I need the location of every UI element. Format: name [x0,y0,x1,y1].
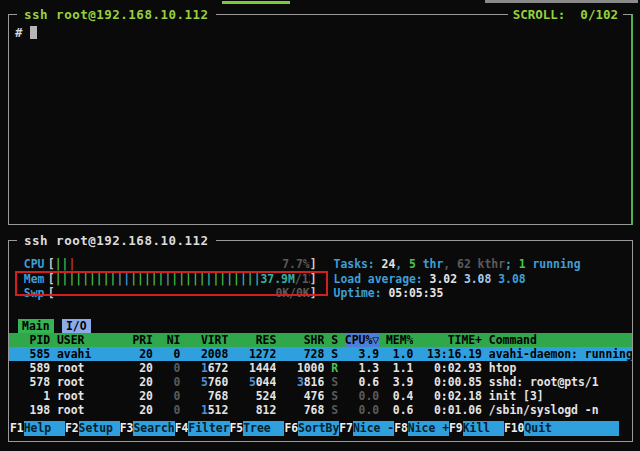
cell-command: init [3] [489,389,632,403]
text-segment: 0 [174,375,181,389]
text-segment: 7.7% [282,257,309,271]
cell-virt: 5760 [187,375,228,389]
meter-bar: | [233,272,240,286]
column-header-command[interactable]: Command [489,333,632,347]
meter-bar: | [55,257,62,271]
fkey-f1[interactable]: F1 [10,421,24,436]
fkey-f4[interactable]: F4 [175,421,189,436]
text-segment: 1.1 [393,361,414,375]
text-segment: 044 [256,375,277,389]
cell-ni: 0 [160,389,181,403]
column-header-time[interactable]: TIME+ [420,333,482,347]
shell-prompt-line[interactable]: # [15,25,37,40]
meter-bracket: [ [48,272,55,287]
cell-pri: 20 [132,361,153,375]
text-segment: 0 [174,389,181,403]
fkey-action-nice-[interactable]: Nice - [353,421,394,436]
meter-bracket: ] [310,286,317,301]
fkey-action-tree[interactable]: Tree [243,421,284,436]
cell-command: avahi-daemon: running [489,347,632,361]
cell-pid: 589 [9,361,50,375]
fkey-action-kill[interactable]: Kill [463,421,504,436]
fkey-action-sortby[interactable]: SortBy [298,421,339,436]
meter-bar: | [178,272,185,286]
fkey-action-filter[interactable]: Filter [188,421,229,436]
tab-i-o[interactable]: I/O [62,319,91,333]
text-segment: 3 [297,375,304,389]
cell-cpu: 0.0 [345,403,379,417]
scroll-indicator: SCROLL: 0/102 [508,7,623,22]
column-header-pid[interactable]: PID [9,333,50,347]
text-segment: 0.4 [393,389,414,403]
column-header-user[interactable]: USER [57,333,126,347]
cell-user: root [57,375,126,389]
memory-meter: Mem[||||||||||||||||||||||||||||||37.9M/… [17,272,317,287]
column-header-cpu[interactable]: CPU%▽ [345,333,379,347]
fkey-f2[interactable]: F2 [65,421,79,436]
cell-s: S [331,403,338,417]
meter-fill-area: ||||||||||||||||||||||||||||||37.9M/128M [55,272,310,287]
process-row[interactable]: 585avahi20020081272728S3.91.013:16.19ava… [9,347,632,361]
fkey-action-setup[interactable]: Setup [79,421,120,436]
column-header-s[interactable]: S [331,333,338,347]
process-row[interactable]: 198root2001512812768S0.00.60:01.06/sbin/… [9,403,632,417]
cell-virt: 1512 [187,403,228,417]
meter-bar: | [144,272,151,286]
column-header-pri[interactable]: PRI [132,333,153,347]
swap-meter-row: Swp[0K/0K] Uptime: 05:05:35 [17,286,624,301]
meter-value: 7.7% [282,257,309,272]
column-header-mem[interactable]: MEM% [379,333,413,347]
text-segment: 05:05:35 [388,286,443,300]
text-segment: avahi-daemon: running [489,347,632,361]
text-segment: 0.6 [359,375,380,389]
column-header-shr[interactable]: SHR [283,333,324,347]
column-header-res[interactable]: RES [235,333,276,347]
text-segment: 0:01.06 [434,403,482,417]
process-row[interactable]: 589root200167214441000R1.31.10:02.93htop [9,361,632,375]
process-row[interactable]: 1root200768524476S0.00.40:02.18init [3] [9,389,632,403]
cell-pid: 578 [9,375,50,389]
fkey-f9[interactable]: F9 [449,421,463,436]
fkey-f5[interactable]: F5 [230,421,244,436]
fkey-action-nice-[interactable]: Nice + [408,421,449,436]
meter-bar: | [68,257,75,271]
fkey-f10[interactable]: F10 [504,421,525,436]
process-row[interactable]: 578root200576050443816S0.63.90:00.85sshd… [9,375,632,389]
tab-main[interactable]: Main [18,319,54,333]
text-segment: 20 [139,375,153,389]
fkey-f7[interactable]: F7 [339,421,353,436]
text-segment: 1 [519,257,526,271]
fkey-f6[interactable]: F6 [284,421,298,436]
text-segment: , [443,257,457,271]
cell-virt: 2008 [187,347,228,361]
cell-cpu: 0.0 [345,389,379,403]
fkey-action-search[interactable]: Search [133,421,174,436]
cell-res: 812 [235,403,276,417]
text-segment: 0.6 [393,403,414,417]
terminal-screen: ssh root@192.168.10.112 SCROLL: 0/102 # … [0,0,640,451]
text-segment: S [331,403,338,417]
cell-cpu: 1.3 [345,361,379,375]
fkey-f8[interactable]: F8 [394,421,408,436]
meter-fill-area: |||7.7% [55,257,310,272]
text-segment: Uptime: [334,286,389,300]
cell-pri: 20 [132,347,153,361]
top-ssh-pane[interactable]: ssh root@192.168.10.112 SCROLL: 0/102 # [8,14,633,225]
column-header-virt[interactable]: VIRT [187,333,228,347]
text-segment: /sbin/syslogd -n [489,403,599,417]
fkey-action-help[interactable]: Help [24,421,65,436]
text-segment: S [331,389,338,403]
bottom-ssh-pane[interactable]: ssh root@192.168.10.112 CPU[|||7.7%] Tas… [8,240,633,442]
text-segment: 3.02 [430,272,464,286]
fkey-action-quit[interactable]: Quit [524,421,619,436]
text-segment: 1000 [297,361,324,375]
column-header-ni[interactable]: NI [160,333,181,347]
cell-res: 524 [235,389,276,403]
text-segment: 5 [249,375,256,389]
text-segment: 524 [256,389,277,403]
top-edge-green-strip [222,1,290,4]
cell-shr: 768 [283,403,324,417]
text-segment: 1272 [249,347,276,361]
text-cursor [30,26,37,39]
fkey-f3[interactable]: F3 [120,421,134,436]
